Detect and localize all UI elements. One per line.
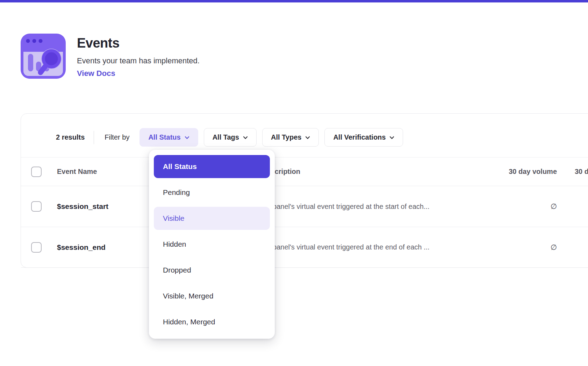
dropdown-option-hidden[interactable]: Hidden: [154, 233, 270, 256]
dropdown-option-dropped[interactable]: Dropped: [154, 259, 270, 282]
chevron-down-icon: [243, 136, 248, 139]
event-volume-cell: ∅: [475, 243, 557, 252]
filter-tags-label: All Tags: [213, 133, 239, 141]
row-checkbox[interactable]: [31, 201, 42, 212]
row-checkbox[interactable]: [31, 242, 42, 253]
results-count: 2 results: [56, 133, 85, 141]
table-header-row: Event Name Description 30 day volume 30 …: [21, 157, 588, 186]
event-description-cell: Mixpanel's virtual event triggered at th…: [262, 203, 475, 211]
filter-types-label: All Types: [271, 133, 301, 141]
table-row[interactable]: $session_start Mixpanel's virtual event …: [21, 186, 588, 227]
filter-by-label: Filter by: [105, 133, 129, 141]
table-row[interactable]: $session_end Mixpanel's virtual event tr…: [21, 227, 588, 268]
event-volume-cell: ∅: [475, 202, 557, 211]
filter-status-button[interactable]: All Status: [139, 128, 198, 147]
filter-verifications-button[interactable]: All Verifications: [324, 128, 403, 147]
chevron-down-icon: [305, 136, 310, 139]
dropdown-option-pending[interactable]: Pending: [154, 181, 270, 204]
dropdown-option-visible[interactable]: Visible: [154, 207, 270, 230]
dropdown-option-all-status[interactable]: All Status: [154, 155, 270, 178]
events-card: 2 results Filter by All Status All Tags …: [21, 113, 588, 268]
chevron-down-icon: [389, 136, 394, 139]
chevron-down-icon: [185, 136, 189, 139]
status-dropdown-menu: All Status Pending Visible Hidden Droppe…: [149, 150, 275, 339]
filter-status-label: All Status: [148, 133, 180, 141]
filter-toolbar: 2 results Filter by All Status All Tags …: [56, 128, 409, 147]
filter-verifications-label: All Verifications: [333, 133, 386, 141]
filter-tags-button[interactable]: All Tags: [204, 128, 257, 147]
page-header: Events Events your team has implemented.…: [21, 34, 200, 79]
dropdown-option-hidden-merged[interactable]: Hidden, Merged: [154, 310, 270, 333]
page-subtitle: Events your team has implemented.: [77, 56, 200, 65]
dropdown-option-visible-merged[interactable]: Visible, Merged: [154, 284, 270, 308]
column-header-30-day-volume[interactable]: 30 day volume: [475, 168, 557, 176]
column-header-30-day-clipped[interactable]: 30 d: [557, 168, 588, 176]
view-docs-link[interactable]: View Docs: [77, 69, 115, 78]
events-page-icon: [21, 34, 66, 79]
page-title: Events: [77, 36, 200, 51]
toolbar-divider: [94, 131, 94, 144]
column-header-description[interactable]: Description: [262, 168, 475, 176]
filter-types-button[interactable]: All Types: [262, 128, 319, 147]
event-description-cell: Mixpanel's virtual event triggered at th…: [262, 243, 475, 251]
top-accent-bar: [0, 0, 588, 2]
select-all-checkbox[interactable]: [31, 167, 42, 177]
